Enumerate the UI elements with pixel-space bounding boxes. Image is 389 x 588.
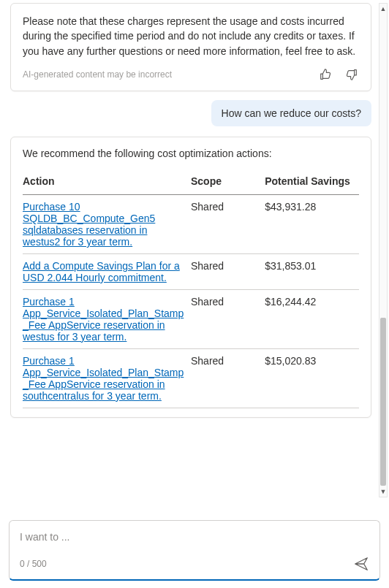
thumbs-up-icon[interactable]: [318, 67, 333, 82]
action-link[interactable]: Purchase 1 App_Service_Isolated_Plan_Sta…: [23, 296, 184, 343]
table-row: Purchase 1 App_Service_Isolated_Plan_Sta…: [23, 289, 359, 348]
recommendations-table: Action Scope Potential Savings Purchase …: [23, 171, 359, 408]
table-header-savings: Potential Savings: [265, 171, 359, 195]
message-footer: AI-generated content may be incorrect: [23, 67, 359, 82]
user-message-row: How can we reduce our costs?: [10, 100, 371, 126]
user-message-bubble: How can we reduce our costs?: [211, 100, 371, 126]
thumbs-down-icon[interactable]: [344, 67, 359, 82]
assistant-text: Please note that these charges represent…: [23, 14, 359, 58]
savings-cell: $15,020.83: [265, 348, 359, 408]
assistant-message-card: Please note that these charges represent…: [10, 3, 371, 91]
chat-input[interactable]: [20, 531, 369, 543]
recommendations-intro: We recommend the following cost optimiza…: [23, 148, 359, 159]
chat-input-area: 0 / 500: [9, 520, 380, 581]
savings-cell: $16,244.42: [265, 289, 359, 348]
action-link[interactable]: Add a Compute Savings Plan for a USD 2.0…: [23, 260, 180, 283]
table-row: Purchase 1 App_Service_Isolated_Plan_Sta…: [23, 348, 359, 408]
table-header-action: Action: [23, 171, 191, 195]
scope-cell: Shared: [191, 289, 265, 348]
ai-disclaimer: AI-generated content may be incorrect: [23, 69, 172, 80]
scroll-down-icon[interactable]: ▼: [379, 486, 387, 497]
send-icon[interactable]: [353, 556, 369, 572]
char-count: 0 / 500: [20, 559, 47, 569]
scope-cell: Shared: [191, 348, 265, 408]
action-link[interactable]: Purchase 10 SQLDB_BC_Compute_Gen5 sqldat…: [23, 201, 155, 248]
table-header-scope: Scope: [191, 171, 265, 195]
scroll-up-icon[interactable]: ▲: [379, 4, 387, 14]
assistant-recommendations-card: We recommend the following cost optimiza…: [10, 137, 371, 418]
scrollbar[interactable]: ▲ ▼: [379, 3, 388, 497]
savings-cell: $31,853.01: [265, 253, 359, 289]
scrollbar-thumb[interactable]: [380, 318, 386, 486]
savings-cell: $43,931.28: [265, 194, 359, 253]
input-footer: 0 / 500: [20, 556, 369, 572]
scope-cell: Shared: [191, 194, 265, 253]
table-row: Purchase 10 SQLDB_BC_Compute_Gen5 sqldat…: [23, 194, 359, 253]
chat-scroll-area[interactable]: Please note that these charges represent…: [0, 0, 377, 500]
feedback-buttons: [318, 67, 359, 82]
scope-cell: Shared: [191, 253, 265, 289]
table-row: Add a Compute Savings Plan for a USD 2.0…: [23, 253, 359, 289]
action-link[interactable]: Purchase 1 App_Service_Isolated_Plan_Sta…: [23, 355, 184, 402]
